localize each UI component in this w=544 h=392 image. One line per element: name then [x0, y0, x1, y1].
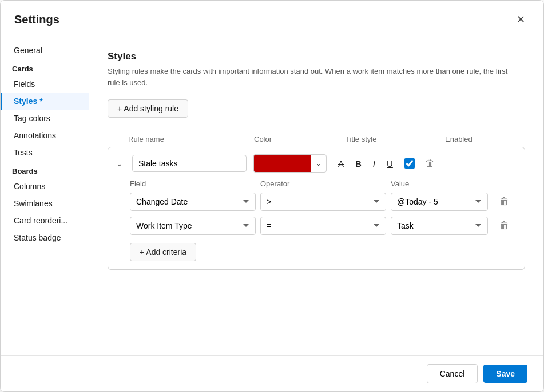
dialog-header: Settings ✕ — [1, 1, 543, 35]
color-swatch[interactable] — [253, 154, 311, 173]
add-rule-button[interactable]: + Add styling rule — [108, 99, 188, 118]
field-select-1[interactable]: Changed Date Work Item Type Title Assign… — [130, 193, 256, 211]
sidebar-section-cards: Cards — [1, 59, 89, 75]
add-criteria-button[interactable]: + Add criteria — [130, 243, 196, 261]
rule-main: ⌄ ⌄ A B I U 🗑 — [114, 154, 515, 173]
delete-rule-button[interactable]: 🗑 — [422, 155, 438, 171]
header-rule-name: Rule name — [128, 135, 254, 143]
table-header: Rule name Color Title style Enabled — [108, 131, 525, 147]
header-title-style: Title style — [346, 135, 445, 143]
sidebar-item-general[interactable]: General — [1, 42, 89, 59]
header-enabled: Enabled — [445, 135, 502, 143]
criteria-header-field: Field — [130, 179, 256, 188]
section-desc: Styling rules make the cards with import… — [108, 66, 508, 88]
bold-button[interactable]: B — [351, 156, 366, 171]
sidebar-item-annotations[interactable]: Annotations — [1, 127, 89, 144]
sidebar-item-card-reordering[interactable]: Card reorderi... — [1, 212, 89, 229]
criteria-row: Changed Date Work Item Type Title Assign… — [130, 217, 515, 235]
field-select-2[interactable]: Changed Date Work Item Type Title Assign… — [130, 217, 256, 235]
rule-row: ⌄ ⌄ A B I U 🗑 — [108, 147, 525, 270]
sidebar-item-columns[interactable]: Columns — [1, 178, 89, 195]
value-select-2[interactable]: Task Bug User Story Feature Epic — [391, 217, 488, 235]
sidebar-item-fields[interactable]: Fields — [1, 75, 89, 93]
underline-button[interactable]: U — [382, 156, 398, 171]
dialog-body: General Cards Fields Styles * Tag colors… — [1, 35, 543, 355]
value-select-1[interactable]: @Today - 5 @Today @Today - 1 @Today - 7 — [391, 193, 488, 211]
header-actions — [502, 135, 525, 143]
delete-criteria-2-button[interactable]: 🗑 — [493, 218, 515, 234]
operator-select-2[interactable]: = <> In Not In — [260, 217, 386, 235]
strikethrough-button[interactable]: A — [333, 156, 348, 171]
sidebar: General Cards Fields Styles * Tag colors… — [1, 35, 89, 355]
criteria-header: Field Operator Value — [130, 179, 515, 188]
rule-name-input[interactable] — [132, 155, 247, 172]
enabled-checkbox[interactable] — [404, 158, 415, 169]
header-color: Color — [254, 135, 346, 143]
section-title: Styles — [108, 51, 525, 62]
operator-select-1[interactable]: > < = >= <= <> — [260, 193, 386, 211]
cancel-button[interactable]: Cancel — [427, 364, 478, 383]
sidebar-section-boards: Boards — [1, 161, 89, 178]
criteria-header-actions — [493, 179, 515, 188]
dialog-title: Settings — [14, 13, 59, 26]
criteria-section: Field Operator Value Changed Date Work I… — [114, 179, 515, 261]
close-button[interactable]: ✕ — [512, 11, 530, 28]
sidebar-item-tests[interactable]: Tests — [1, 144, 89, 161]
save-button[interactable]: Save — [483, 365, 527, 383]
color-dropdown-button[interactable]: ⌄ — [311, 154, 327, 173]
main-content: Styles Styling rules make the cards with… — [89, 35, 543, 355]
title-style-group: A B I U — [333, 156, 398, 171]
settings-dialog: Settings ✕ General Cards Fields Styles *… — [0, 0, 544, 392]
italic-button[interactable]: I — [368, 156, 380, 171]
criteria-header-operator: Operator — [260, 179, 386, 188]
delete-criteria-1-button[interactable]: 🗑 — [493, 194, 515, 210]
sidebar-item-status-badge[interactable]: Status badge — [1, 229, 89, 246]
color-picker-group: ⌄ — [253, 154, 327, 173]
collapse-button[interactable]: ⌄ — [114, 158, 125, 169]
sidebar-item-tag-colors[interactable]: Tag colors — [1, 110, 89, 127]
sidebar-item-swimlanes[interactable]: Swimlanes — [1, 195, 89, 212]
sidebar-item-styles[interactable]: Styles * — [1, 93, 89, 110]
criteria-row: Changed Date Work Item Type Title Assign… — [130, 193, 515, 211]
criteria-header-value: Value — [391, 179, 488, 188]
dialog-footer: Cancel Save — [1, 355, 543, 391]
